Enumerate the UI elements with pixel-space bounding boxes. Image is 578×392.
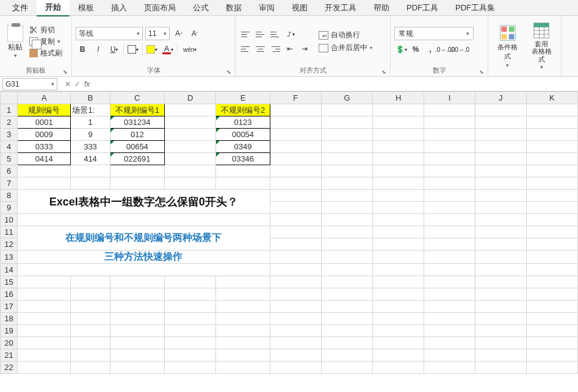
cell[interactable] (18, 313, 71, 325)
cell[interactable] (475, 301, 526, 313)
cell[interactable] (475, 349, 526, 362)
cell[interactable] (165, 177, 216, 190)
fill-color-button[interactable]: ▾ (145, 43, 159, 56)
cell[interactable] (526, 153, 577, 165)
cell[interactable] (424, 337, 475, 349)
cell[interactable] (270, 153, 321, 165)
cell[interactable] (71, 337, 110, 349)
cell[interactable] (475, 264, 526, 276)
cell[interactable] (526, 313, 577, 325)
italic-button[interactable]: I (92, 43, 105, 56)
cell[interactable] (270, 129, 321, 141)
cell[interactable] (216, 313, 270, 325)
cell[interactable] (270, 238, 321, 251)
row-header[interactable]: 21 (1, 349, 18, 362)
cell[interactable] (475, 116, 526, 129)
cell[interactable] (216, 177, 270, 190)
number-launcher[interactable]: ⬊ (479, 69, 484, 75)
orientation-button[interactable]: ⭜▾ (283, 27, 297, 41)
cell[interactable] (321, 202, 372, 214)
cell[interactable] (71, 362, 110, 374)
tab-template[interactable]: 模板 (70, 0, 103, 16)
cell[interactable] (321, 288, 372, 301)
cell[interactable] (373, 214, 424, 226)
cell[interactable] (270, 226, 321, 238)
cell[interactable] (321, 251, 372, 264)
row-header[interactable]: 9 (1, 202, 18, 214)
cell[interactable] (321, 349, 372, 362)
row-header[interactable]: 14 (1, 264, 18, 276)
row-header[interactable]: 2 (1, 116, 18, 129)
cell[interactable] (165, 141, 216, 153)
banner-sub1-cell[interactable]: 在规则编号和不规则编号两种场景下 (18, 226, 270, 251)
cell[interactable] (270, 116, 321, 129)
cell[interactable] (321, 238, 372, 251)
cell[interactable] (110, 325, 164, 337)
cell[interactable] (526, 104, 577, 116)
cell[interactable] (373, 251, 424, 264)
cell[interactable] (373, 264, 424, 276)
tab-layout[interactable]: 页面布局 (135, 0, 184, 16)
cell[interactable] (165, 288, 216, 301)
cell[interactable] (526, 337, 577, 349)
cell[interactable] (424, 214, 475, 226)
cell[interactable] (321, 301, 372, 313)
cell[interactable] (216, 349, 270, 362)
cell[interactable] (18, 325, 71, 337)
cell[interactable] (475, 238, 526, 251)
cell[interactable] (373, 276, 424, 288)
cell[interactable] (165, 276, 216, 288)
banner-title-cell[interactable]: Excel表格中一组数字怎么保留0开头？ (18, 190, 270, 214)
cell[interactable] (165, 153, 216, 165)
cell[interactable] (110, 276, 164, 288)
cell[interactable] (321, 337, 372, 349)
cell[interactable]: 0009 (18, 129, 71, 141)
cell[interactable] (526, 141, 577, 153)
col-header[interactable]: E (216, 92, 270, 104)
row-header[interactable]: 5 (1, 153, 18, 165)
row-header[interactable]: 15 (1, 276, 18, 288)
cell[interactable] (526, 251, 577, 264)
underline-button[interactable]: U▾ (107, 43, 121, 56)
cell[interactable] (71, 313, 110, 325)
banner-sub2-cell[interactable]: 三种方法快速操作 (18, 251, 270, 264)
conditional-format-button[interactable]: 条件格式 ▾ (492, 24, 524, 68)
increase-indent-button[interactable]: ⇥ (298, 42, 311, 55)
decrease-font-button[interactable]: Aˇ (188, 27, 201, 40)
row-header[interactable]: 7 (1, 177, 18, 190)
tab-insert[interactable]: 插入 (103, 0, 135, 16)
row-header[interactable]: 8 (1, 190, 18, 202)
align-middle-button[interactable] (254, 27, 267, 41)
cell[interactable] (424, 190, 475, 202)
cell[interactable] (321, 177, 372, 190)
cell[interactable] (424, 141, 475, 153)
font-color-button[interactable]: A▾ (161, 43, 175, 56)
cell[interactable] (270, 264, 321, 276)
cell[interactable] (526, 288, 577, 301)
cell[interactable]: 00054 (216, 129, 270, 141)
cell[interactable] (373, 325, 424, 337)
cell[interactable] (373, 238, 424, 251)
cell[interactable] (373, 202, 424, 214)
cell[interactable] (321, 325, 372, 337)
cell[interactable] (424, 349, 475, 362)
cell[interactable] (110, 288, 164, 301)
cell[interactable] (373, 116, 424, 129)
align-right-button[interactable] (269, 42, 282, 55)
cell[interactable]: 9 (71, 129, 110, 141)
col-header[interactable]: C (110, 92, 164, 104)
cell[interactable] (321, 129, 372, 141)
align-launcher[interactable]: ⬊ (381, 69, 386, 75)
cell[interactable] (270, 276, 321, 288)
cell[interactable] (18, 177, 71, 190)
cell[interactable] (424, 129, 475, 141)
cell[interactable] (475, 288, 526, 301)
cell[interactable]: 0333 (18, 141, 71, 153)
number-format-combo[interactable]: 常规▾ (394, 27, 474, 40)
cell[interactable] (475, 276, 526, 288)
cell[interactable]: 规则编号 (18, 104, 71, 116)
tab-pdf2[interactable]: PDF工具集 (447, 0, 504, 16)
cell[interactable] (270, 214, 321, 226)
cell[interactable]: 03346 (216, 153, 270, 165)
select-all-corner[interactable] (1, 92, 18, 104)
